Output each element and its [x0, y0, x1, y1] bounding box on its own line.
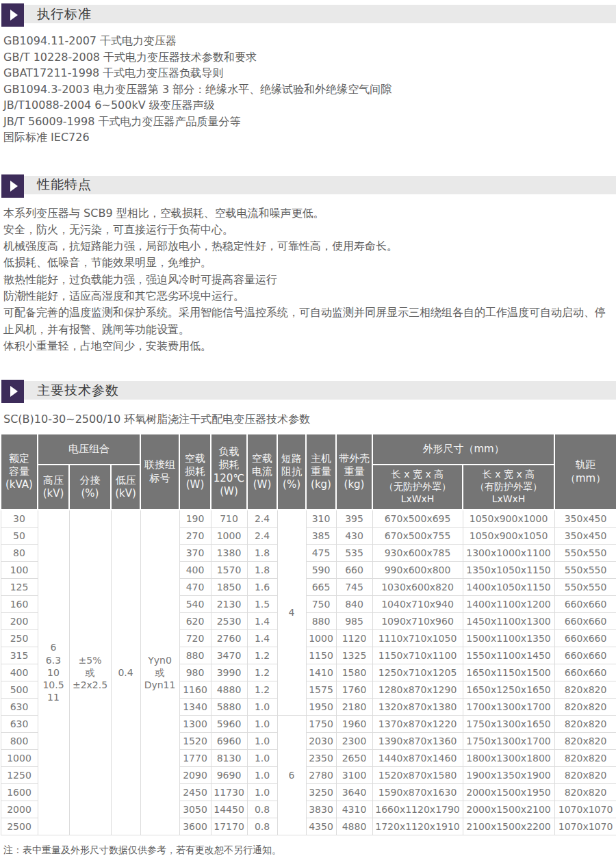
- cell-rail: 550x550: [554, 561, 616, 578]
- cell-weight: 385: [306, 527, 336, 544]
- cell-shell-weight: 4880: [336, 818, 372, 835]
- cell-weight: 1950: [306, 698, 336, 715]
- cell-rail: 820x820: [554, 749, 616, 766]
- cell-no-load-current: 1.5: [247, 595, 277, 612]
- text-line: 散热性能好，过负载能力强，强迫风冷时可提高容量运行: [3, 272, 613, 288]
- cell-dims-with-cover: 1750x1300x1650: [463, 715, 554, 732]
- cell-no-load-current: 1.4: [247, 612, 277, 629]
- cell-shell-weight: 2650: [336, 749, 372, 766]
- cell-rail: 820x820: [554, 681, 616, 698]
- cell-weight: 3250: [306, 783, 336, 801]
- cell-no-load-loss: 400: [179, 561, 211, 578]
- cell-impedance-merged: 6: [277, 715, 306, 835]
- cell-load-loss: 710: [211, 510, 247, 527]
- cell-no-load-current: 1.0: [247, 715, 277, 732]
- cell-weight: 1000: [306, 629, 336, 647]
- cell-weight: 2780: [306, 766, 336, 783]
- cell-dims-no-cover: 1150x710x1100: [372, 647, 463, 664]
- cell-rail: 820x820: [554, 783, 616, 801]
- cell-weight: 2030: [306, 732, 336, 749]
- cell-capacity: 125: [1, 578, 38, 595]
- cell-dims-no-cover: 1110x710x1050: [372, 629, 463, 647]
- text-line: 防潮性能好，适应高湿度和其它恶劣环境中运行。: [3, 288, 613, 304]
- cell-no-load-loss: 1520: [179, 732, 211, 749]
- text-line: JB/T10088-2004 6~500kV 级变压器声级: [3, 97, 616, 114]
- cell-dims-no-cover: 1280x870x1290: [372, 681, 463, 698]
- col-header-no-load-loss: 空载 损耗 (W): [179, 434, 211, 510]
- cell-rail: 350x450: [554, 510, 616, 527]
- col-header-dims-with-cover: 长 x 宽 x 高 （有防护外罩） LxWxH: [463, 465, 554, 510]
- cell-dims-no-cover: 1590x870x1630: [372, 783, 463, 801]
- cell-weight: 880: [306, 612, 336, 629]
- cell-no-load-loss: 720: [179, 629, 211, 647]
- text-line: GB/T 10228-2008 干式电力变压器技术参数和要求: [3, 49, 616, 66]
- cell-shell-weight: 1580: [336, 664, 372, 681]
- section-bar: 执行标准: [24, 5, 616, 23]
- cell-load-loss: 9690: [211, 766, 247, 783]
- cell-dims-with-cover: 2000x1500x2100: [463, 801, 554, 818]
- cell-no-load-loss: 2090: [179, 766, 211, 783]
- cell-shell-weight: 430: [336, 527, 372, 544]
- cell-dims-no-cover: 1660x1120x1790: [372, 801, 463, 818]
- cell-dims-with-cover: 1700x1300x1700: [463, 698, 554, 715]
- col-header-no-load-current: 空载 电流 (W): [247, 434, 277, 510]
- cell-no-load-loss: 3600: [179, 818, 211, 835]
- text-line: 机械强度高，抗短路能力强，局部放电小，热稳定性好，可靠性高，使用寿命长。: [3, 238, 613, 255]
- cell-shell-weight: 535: [336, 544, 372, 561]
- cell-capacity: 315: [1, 647, 38, 664]
- cell-no-load-current: 1.2: [247, 681, 277, 698]
- cell-capacity: 630: [1, 715, 38, 732]
- text-line: GBAT17211-1998 干式电力变压器负载导则: [3, 65, 616, 81]
- text-line: 安全，防火，无污染，可直接运行于负荷中心。: [3, 222, 613, 238]
- cell-shell-weight: 660: [336, 561, 372, 578]
- cell-no-load-loss: 1300: [179, 715, 211, 732]
- cell-shell-weight: 1760: [336, 681, 372, 698]
- col-header-load-loss: 负载 损耗 120℃ (W): [211, 434, 247, 510]
- cell-rail: 1070x1070: [554, 818, 616, 835]
- cell-capacity: 400: [1, 664, 38, 681]
- text-line: GB1094.3-2003 电力变压器第 3 部分：绝缘水平、绝缘试验和外绝缘空…: [3, 81, 616, 98]
- cell-capacity: 1000: [1, 749, 38, 766]
- cell-no-load-loss: 270: [179, 527, 211, 544]
- cell-load-loss: 3990: [211, 664, 247, 681]
- cell-dims-with-cover: 2000x1500x1950: [463, 783, 554, 801]
- cell-weight: 3830: [306, 801, 336, 818]
- cell-dims-with-cover: 1800x1300x1800: [463, 749, 554, 766]
- text-line: 可配备完善的温度监测和保护系统。采用智能信号温控系统，可自动监测并同屏显示三相绕…: [3, 304, 613, 338]
- cell-no-load-loss: 3050: [179, 801, 211, 818]
- cell-no-load-loss: 190: [179, 510, 211, 527]
- cell-capacity: 500: [1, 681, 38, 698]
- section-title-parameters: 主要技术参数: [37, 382, 119, 400]
- section-title-features: 性能特点: [37, 176, 92, 194]
- table-row: 306 6.3 10 10.5 11±5% 或 ±2x2.50.4Yyn0 或 …: [1, 510, 616, 527]
- cell-no-load-loss: 1160: [179, 681, 211, 698]
- cell-rail: 820x820: [554, 732, 616, 749]
- section-header-parameters: 主要技术参数: [0, 380, 616, 403]
- cell-dims-no-cover: 1520x870x1580: [372, 766, 463, 783]
- text-line: 低损耗、低噪音，节能效果明显，免维护。: [3, 255, 613, 271]
- cell-shell-weight: 3640: [336, 783, 372, 801]
- features-list: 本系列变压器与 SCB9 型相比，空载损耗、空载电流和噪声更低。安全，防火，无污…: [3, 205, 616, 355]
- cell-capacity: 800: [1, 732, 38, 749]
- cell-shell-weight: 1120: [336, 629, 372, 647]
- cell-no-load-current: 1.8: [247, 544, 277, 561]
- cell-dims-with-cover: 1350x1050x1150: [463, 561, 554, 578]
- cell-dims-with-cover: 1300x1000x1100: [463, 544, 554, 561]
- cell-rail: 660x660: [554, 629, 616, 647]
- cell-dims-no-cover: 1440x870x1460: [372, 749, 463, 766]
- cell-dims-no-cover: 1390x870x1360: [372, 732, 463, 749]
- cell-impedance-merged: 4: [277, 510, 306, 715]
- cell-no-load-loss: 980: [179, 664, 211, 681]
- cell-dims-with-cover: 1900x1350x1900: [463, 766, 554, 783]
- cell-rail: 820x820: [554, 698, 616, 715]
- cell-rail: 550x550: [554, 544, 616, 561]
- col-header-shell-weight: 带外壳 重量 (kg): [336, 434, 372, 510]
- cell-load-loss: 5880: [211, 698, 247, 715]
- cell-dims-no-cover: 1320x870x1380: [372, 698, 463, 715]
- section-bar: 性能特点: [24, 176, 616, 194]
- cell-dims-with-cover: 1450x1100x1300: [463, 612, 554, 629]
- cell-dims-with-cover: 1400x1100x1200: [463, 595, 554, 612]
- cell-no-load-current: 1.8: [247, 561, 277, 578]
- cell-shell-weight: 985: [336, 612, 372, 629]
- cell-vector-merged: Yyn0 或 Dyn11: [140, 510, 179, 835]
